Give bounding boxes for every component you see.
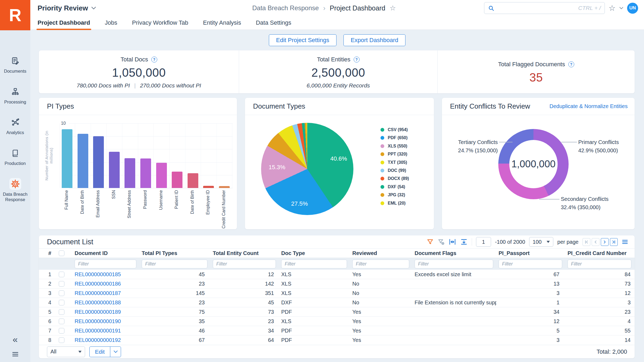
filter-input-document-id[interactable] bbox=[75, 260, 136, 268]
legend-item[interactable]: PDF (650) bbox=[380, 135, 409, 140]
column-header-total-pi-types[interactable]: Total PI Types bbox=[140, 250, 211, 256]
favorites-chevron-icon[interactable] bbox=[619, 7, 623, 9]
filter-input-total-pi-types[interactable] bbox=[142, 260, 207, 268]
first-page-button[interactable] bbox=[583, 238, 590, 246]
list-menu-icon[interactable] bbox=[622, 239, 628, 245]
document-id-link[interactable]: REL000000000190 bbox=[75, 318, 121, 324]
edit-button[interactable]: Edit bbox=[90, 347, 110, 357]
global-search[interactable]: CTRL + / bbox=[484, 2, 605, 14]
table-cell: No bbox=[350, 281, 412, 287]
sidebar-item-documents[interactable]: Documents bbox=[0, 55, 30, 74]
x-axis-label: Date of Birth bbox=[190, 190, 196, 214]
legend-item[interactable]: PPT (320) bbox=[380, 152, 409, 157]
table-cell: 45 bbox=[211, 300, 279, 306]
legend-item[interactable]: TXT (305) bbox=[380, 160, 409, 165]
sidebar-item-analytics[interactable]: Analytics bbox=[0, 116, 30, 135]
search-input[interactable] bbox=[497, 5, 576, 11]
document-id-link[interactable]: REL000000000189 bbox=[75, 309, 121, 315]
tab-project-dashboard[interactable]: Project Dashboard bbox=[38, 16, 90, 29]
x-axis-label: Password bbox=[143, 190, 149, 209]
sidebar-item-processing[interactable]: Processing bbox=[0, 86, 30, 105]
legend-item[interactable]: JPG (32) bbox=[380, 193, 409, 197]
legend-label: EML (20) bbox=[388, 201, 405, 206]
filter-input-pi-credit-card-number[interactable] bbox=[568, 260, 631, 268]
filter-input-reviewed[interactable] bbox=[352, 260, 409, 268]
clear-filter-icon[interactable] bbox=[438, 238, 445, 245]
row-checkbox[interactable] bbox=[59, 309, 64, 315]
column-header-row-number[interactable]: # bbox=[39, 250, 56, 256]
column-header-doc-type[interactable]: Doc Type bbox=[279, 250, 350, 256]
legend-dot bbox=[380, 185, 384, 189]
favorite-star-icon[interactable]: ☆ bbox=[390, 4, 396, 12]
row-checkbox[interactable] bbox=[59, 328, 64, 334]
user-avatar[interactable]: UN bbox=[627, 3, 638, 14]
deduplicate-normalize-link[interactable]: Deduplicate & Normalize Entities bbox=[550, 103, 628, 109]
last-page-button[interactable] bbox=[610, 238, 618, 246]
legend-item[interactable]: XLS (550) bbox=[380, 144, 409, 149]
table-row: 1REL0000000001854512XLSYesExceeds excel … bbox=[39, 270, 635, 279]
column-header-document-id[interactable]: Document ID bbox=[72, 250, 140, 256]
edit-dropdown-button[interactable] bbox=[110, 347, 121, 357]
column-header-total-entity-count[interactable]: Total Entity Count bbox=[211, 250, 279, 256]
filter-input-document-flags[interactable] bbox=[415, 260, 493, 268]
table-cell: 142 bbox=[211, 281, 279, 287]
sidebar-collapse-icon[interactable]: « bbox=[13, 335, 18, 344]
document-id-link[interactable]: REL000000000185 bbox=[75, 271, 121, 277]
column-header-pi-passport[interactable]: PI_Passport bbox=[496, 250, 565, 256]
sidebar-item-data-breach-response[interactable]: Data Breach Response bbox=[0, 178, 30, 202]
edit-project-settings-button[interactable]: Edit Project Settings bbox=[269, 34, 336, 46]
table-cell: 23 bbox=[211, 318, 279, 324]
fit-row-height-icon[interactable] bbox=[460, 238, 468, 246]
export-dashboard-button[interactable]: Export Dashboard bbox=[343, 34, 405, 46]
workspace-switcher[interactable]: Priority Review bbox=[38, 0, 96, 16]
page-number-input[interactable] bbox=[476, 237, 491, 247]
filter-input-total-entity-count[interactable] bbox=[213, 260, 276, 268]
select-all-checkbox[interactable] bbox=[59, 250, 64, 256]
document-list-card: Document List -100 bbox=[39, 235, 635, 358]
help-icon[interactable]: ? bbox=[568, 61, 574, 67]
fit-column-width-icon[interactable] bbox=[449, 238, 456, 246]
total-flagged-label: Total Flagged Documents bbox=[498, 61, 565, 68]
help-icon[interactable]: ? bbox=[151, 57, 157, 62]
help-icon[interactable]: ? bbox=[354, 57, 360, 62]
filter-input-pi-passport[interactable] bbox=[499, 260, 562, 268]
sidebar-item-production[interactable]: Production bbox=[0, 147, 30, 166]
document-id-link[interactable]: REL000000000192 bbox=[75, 337, 121, 343]
column-header-document-flags[interactable]: Document Flags bbox=[412, 250, 496, 256]
legend-item[interactable]: DXF (54) bbox=[380, 184, 409, 189]
sidebar-menu-icon[interactable] bbox=[12, 351, 19, 358]
tab-privacy-workflow-tab[interactable]: Privacy Workflow Tab bbox=[132, 16, 188, 29]
row-checkbox[interactable] bbox=[59, 300, 64, 305]
filter-icon[interactable] bbox=[427, 238, 434, 245]
document-id-link[interactable]: REL000000000187 bbox=[75, 290, 121, 296]
column-header-pi-credit-card-number[interactable]: PI_Credit Card Number bbox=[565, 250, 635, 256]
legend-item[interactable]: DOCX (89) bbox=[380, 176, 409, 181]
legend-item[interactable]: CSV (954) bbox=[380, 127, 409, 132]
table-cell: DXF bbox=[279, 300, 350, 306]
legend-item[interactable]: DOC (99) bbox=[380, 168, 409, 173]
page-size-select[interactable]: 100 bbox=[529, 237, 553, 247]
app-logo[interactable]: R bbox=[0, 0, 30, 30]
next-page-button[interactable] bbox=[601, 238, 609, 246]
x-axis-label: Email Address bbox=[96, 190, 101, 217]
legend-item[interactable]: EML (20) bbox=[380, 201, 409, 206]
column-header-reviewed[interactable]: Reviewed bbox=[350, 250, 412, 256]
row-checkbox[interactable] bbox=[59, 281, 64, 287]
filter-input-doc-type[interactable] bbox=[281, 260, 347, 268]
favorites-star-icon[interactable]: ☆ bbox=[609, 3, 616, 13]
legend-label: DOCX (89) bbox=[388, 176, 409, 181]
row-checkbox[interactable] bbox=[59, 290, 64, 296]
tab-entity-analysis[interactable]: Entity Analysis bbox=[203, 16, 241, 29]
row-checkbox[interactable] bbox=[59, 272, 64, 277]
document-id-link[interactable]: REL000000000191 bbox=[75, 328, 121, 334]
previous-page-button[interactable] bbox=[592, 238, 599, 246]
breadcrumb-parent[interactable]: Data Breach Response bbox=[252, 4, 319, 12]
tab-data-settings[interactable]: Data Settings bbox=[256, 16, 291, 29]
row-checkbox[interactable] bbox=[59, 337, 64, 343]
table-cell: 73 bbox=[211, 309, 279, 315]
document-id-link[interactable]: REL000000000188 bbox=[75, 300, 121, 305]
tab-jobs[interactable]: Jobs bbox=[105, 16, 117, 29]
document-id-link[interactable]: REL000000000186 bbox=[75, 281, 121, 287]
scope-select[interactable]: All bbox=[47, 346, 85, 357]
row-checkbox[interactable] bbox=[59, 319, 64, 324]
